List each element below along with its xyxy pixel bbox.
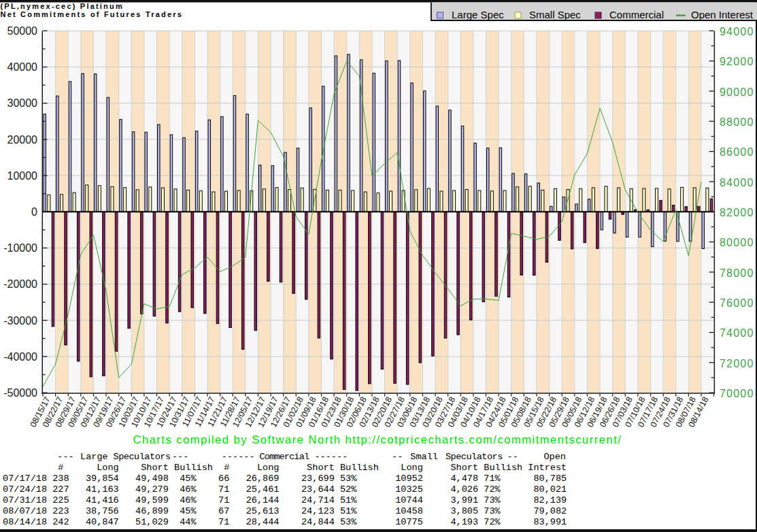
svg-text:50000: 50000 <box>7 25 38 37</box>
svg-text:07/24/18 227 41,163 49,279: 07/24/18 227 41,163 49,279 46% 71 25,461… <box>3 484 567 495</box>
svg-text:30000: 30000 <box>7 97 38 109</box>
svg-text:------: ------ <box>222 452 255 462</box>
svg-text:-30000: -30000 <box>3 315 37 327</box>
svg-text:-50000: -50000 <box>3 387 37 399</box>
svg-text:Net Commitments of Futures Tra: Net Commitments of Futures Traders <box>1 10 184 18</box>
svg-text:------: ------ <box>314 452 348 462</box>
svg-text:07/17/18 238 39,854 49,498: 07/17/18 238 39,854 49,498 45% 66 26,869… <box>3 473 567 484</box>
svg-text:Commercial: Commercial <box>609 9 664 20</box>
svg-text:74000: 74000 <box>720 327 754 339</box>
svg-text:40000: 40000 <box>7 61 38 73</box>
svg-text:---: --- <box>172 452 188 462</box>
svg-text:76000: 76000 <box>720 297 754 309</box>
svg-text:10000: 10000 <box>7 170 38 182</box>
svg-text:92000: 92000 <box>720 56 754 67</box>
svg-text:94000: 94000 <box>720 26 754 37</box>
svg-text:08/14/18 242 40,847 51,029: 08/14/18 242 40,847 51,029 44% 71 28,444… <box>3 517 567 527</box>
svg-text:-40000: -40000 <box>3 351 37 363</box>
svg-text:Large: Large <box>80 452 108 462</box>
svg-text:0: 0 <box>31 206 37 218</box>
svg-text:# Long Short Bullish: # Long Short Bullish # Long Short Bullis… <box>3 463 567 473</box>
svg-text:Small: Small <box>410 452 438 462</box>
svg-text:Speculators: Speculators <box>445 452 503 462</box>
svg-text:---: --- <box>57 452 73 462</box>
svg-text:--: -- <box>507 452 518 462</box>
svg-text:78000: 78000 <box>720 267 754 279</box>
svg-text:72000: 72000 <box>720 358 754 369</box>
svg-text:82000: 82000 <box>720 207 754 218</box>
svg-text:07/31/18 225 41,416 49,599: 07/31/18 225 41,416 49,599 46% 71 26,144… <box>3 495 567 505</box>
svg-text:84000: 84000 <box>720 177 754 188</box>
svg-text:Open: Open <box>543 452 566 462</box>
svg-text:88000: 88000 <box>720 116 754 128</box>
svg-text:-20000: -20000 <box>3 278 37 290</box>
svg-text:90000: 90000 <box>720 86 754 98</box>
svg-text:08/07/18 223 38,756 46,899: 08/07/18 223 38,756 46,899 45% 67 25,613… <box>3 506 567 516</box>
svg-text:Small Spec: Small Spec <box>529 9 581 20</box>
svg-text:(PL,nymex-cec) Platinum: (PL,nymex-cec) Platinum <box>1 2 124 10</box>
svg-text:70000: 70000 <box>720 388 754 399</box>
svg-text:Charts compiled by Software No: Charts compiled by Software North http:/… <box>133 433 622 446</box>
svg-text:--: -- <box>392 452 403 462</box>
svg-text:86000: 86000 <box>720 146 754 158</box>
svg-text:80000: 80000 <box>720 237 754 248</box>
svg-text:Large Spec: Large Spec <box>452 9 504 20</box>
svg-text:Commercial: Commercial <box>259 452 309 462</box>
svg-text:-10000: -10000 <box>3 242 37 254</box>
svg-text:Open Interest: Open Interest <box>691 9 754 20</box>
svg-text:Speculators: Speculators <box>114 452 171 462</box>
svg-text:20000: 20000 <box>7 134 38 146</box>
